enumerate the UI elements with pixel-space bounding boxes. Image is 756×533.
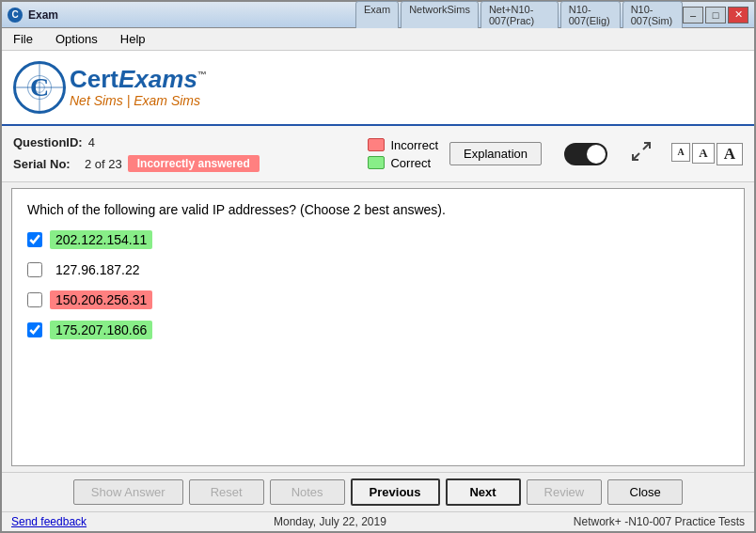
logo-sub-text: Net Sims | Exam Sims: [70, 93, 207, 108]
toggle-knob: [587, 145, 606, 164]
expand-icon[interactable]: [630, 140, 653, 167]
answer-option-3: 150.206.256.31: [27, 290, 729, 309]
answer-label-2: 127.96.187.22: [50, 260, 146, 279]
window-close-button[interactable]: ✕: [728, 7, 748, 24]
crosshair-icon: [16, 64, 63, 111]
logo-tm: ™: [197, 70, 207, 80]
logo-circle: C: [13, 61, 66, 114]
reset-button[interactable]: Reset: [189, 479, 264, 505]
menu-file[interactable]: File: [6, 30, 40, 48]
incorrect-legend-label: Incorrect: [390, 138, 438, 152]
maximize-button[interactable]: □: [705, 7, 726, 24]
logo-main-text: CertExams™: [70, 67, 207, 91]
menu-options[interactable]: Options: [48, 30, 105, 48]
status-bar: Send feedback Monday, July 22, 2019 Netw…: [2, 511, 754, 531]
question-id-row: QuestionID: 4: [13, 135, 260, 149]
checkbox-2[interactable]: [27, 262, 42, 277]
window-controls: – □ ✕: [683, 7, 748, 24]
font-medium-button[interactable]: A: [692, 143, 715, 164]
explanation-button[interactable]: Explanation: [449, 142, 542, 165]
previous-button[interactable]: Previous: [351, 478, 440, 506]
question-area: Which of the following are valid IP addr…: [11, 188, 745, 466]
font-small-button[interactable]: A: [671, 143, 690, 162]
correct-legend: Correct: [368, 156, 438, 170]
incorrect-legend-box: [368, 138, 385, 151]
svg-line-4: [643, 143, 650, 149]
answer-label-1: 202.122.154.11: [50, 230, 152, 249]
title-tabs: Exam NetworkSims Net+N10-007(Prac) N10-0…: [355, 1, 683, 29]
logo-exams: Exams: [118, 65, 197, 93]
bottom-bar: Show Answer Reset Notes Previous Next Re…: [2, 472, 754, 511]
legend-area: Incorrect Correct: [368, 138, 438, 170]
correct-legend-box: [368, 156, 385, 169]
font-size-controls: A A A: [671, 143, 743, 165]
answer-option-2: 127.96.187.22: [27, 260, 729, 279]
review-button[interactable]: Review: [527, 479, 603, 505]
checkbox-4[interactable]: [27, 322, 42, 337]
answer-label-3: 150.206.256.31: [50, 290, 152, 309]
answer-label-4: 175.207.180.66: [50, 321, 152, 339]
serial-value: 2 of 23: [85, 157, 122, 171]
question-text: Which of the following are valid IP addr…: [27, 202, 729, 217]
logo-area: C CertExams™ Net Sims | Exam Sims: [2, 51, 754, 126]
font-large-button[interactable]: A: [717, 143, 743, 165]
tab-networksims[interactable]: NetworkSims: [401, 1, 479, 29]
status-badge: Incorrectly answered: [128, 155, 260, 172]
feedback-link[interactable]: Send feedback: [11, 515, 87, 528]
notes-button[interactable]: Notes: [270, 479, 345, 505]
tab-sim[interactable]: N10-007(Sim): [622, 1, 683, 29]
window-title: Exam: [28, 8, 355, 22]
answer-option-1: 202.122.154.11: [27, 230, 729, 249]
checkbox-3[interactable]: [27, 292, 42, 307]
status-date: Monday, July 22, 2019: [274, 515, 386, 528]
svg-line-5: [633, 153, 639, 160]
status-product: Network+ -N10-007 Practice Tests: [574, 515, 745, 528]
tab-elig[interactable]: N10-007(Elig): [560, 1, 621, 29]
tab-practice[interactable]: Net+N10-007(Prac): [480, 1, 559, 29]
answer-option-4: 175.207.180.66: [27, 321, 729, 339]
logo-cert: Cert: [70, 65, 118, 93]
close-button[interactable]: Close: [607, 479, 683, 505]
logo-text: CertExams™ Net Sims | Exam Sims: [70, 67, 207, 108]
menu-bar: File Options Help: [2, 28, 754, 51]
checkbox-1[interactable]: [27, 232, 42, 247]
toggle-switch[interactable]: [564, 143, 607, 165]
question-id-value: 4: [88, 135, 95, 149]
menu-help[interactable]: Help: [113, 30, 153, 48]
tab-exam[interactable]: Exam: [355, 1, 399, 29]
main-window: C Exam Exam NetworkSims Net+N10-007(Prac…: [0, 0, 756, 533]
correct-legend-label: Correct: [390, 156, 431, 170]
question-info: QuestionID: 4 Serial No: 2 of 23 Incorre…: [13, 135, 260, 172]
app-icon: C: [8, 8, 23, 23]
serial-row: Serial No: 2 of 23 Incorrectly answered: [13, 155, 260, 172]
info-bar: QuestionID: 4 Serial No: 2 of 23 Incorre…: [2, 126, 754, 182]
serial-label: Serial No:: [13, 157, 79, 171]
next-button[interactable]: Next: [446, 478, 521, 506]
show-answer-button[interactable]: Show Answer: [73, 479, 183, 505]
minimize-button[interactable]: –: [683, 7, 703, 24]
question-id-label: QuestionID:: [13, 135, 83, 149]
title-bar: C Exam Exam NetworkSims Net+N10-007(Prac…: [2, 2, 754, 28]
incorrect-legend: Incorrect: [368, 138, 438, 152]
